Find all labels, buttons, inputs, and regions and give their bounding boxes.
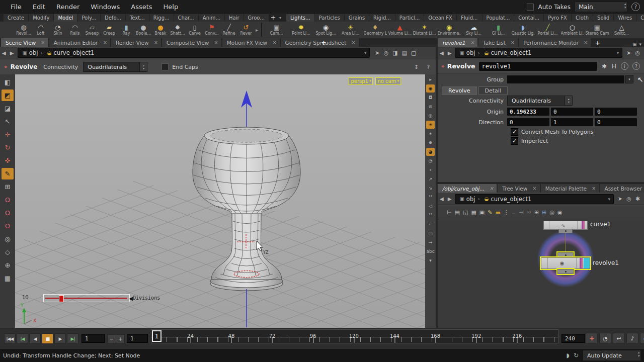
connectivity-dropdown[interactable]: Quadrilaterals ▴▾ [83,62,147,72]
tool-environment-light[interactable]: ◉ Environme... [437,24,461,36]
radial-menu-icon[interactable]: ◎ [633,50,642,56]
snap-grid-magnet-icon[interactable]: Ω [2,220,14,232]
display-points-icon[interactable]: ∙ [426,166,435,174]
info-icon[interactable]: i [621,62,628,70]
tool-creep[interactable]: ▰ Creep [101,24,118,36]
prev-key-button[interactable]: |◀ [17,333,28,344]
tool-camera[interactable]: ▣ Cam... [264,24,289,36]
direction-field[interactable]: 0 [595,118,637,126]
shelf-tab[interactable]: Poly... [77,14,100,22]
pin-tab-icon[interactable]: ➤ [616,196,624,202]
tool-area-light[interactable]: ☀ Area Li... [338,24,363,36]
shelf-tab[interactable]: Ocean FX [424,14,456,22]
viewport-layout-icon[interactable]: ◧ [2,76,14,88]
origin-field[interactable]: 0 [551,108,593,116]
opbar-help-icon[interactable]: ? [425,64,432,70]
end-frame-field[interactable]: 240 [561,334,585,343]
pane-tab[interactable]: /obj/curve_obj...× [438,184,497,193]
net-list-icon[interactable]: ▤ [455,209,460,216]
tool-volume-light[interactable]: ▲ Volume Li... [387,24,412,36]
close-tab-icon[interactable]: × [351,40,355,45]
tool-point-light[interactable]: ✹ Point Li... [289,24,313,36]
snapshot-icon[interactable]: ▢ [409,50,418,56]
houdini-help-icon[interactable]: H [610,63,618,70]
menu-item[interactable]: Edit [27,0,51,14]
hide-unselected-icon[interactable]: ⊘ [426,103,435,111]
tool-revolve[interactable]: ◍ Revol... [15,24,32,36]
back-icon[interactable]: ◀ [438,196,446,202]
shelf-tab[interactable]: Lights... [286,14,314,22]
edit-tool-icon[interactable]: ✎ [2,168,14,179]
menu-item[interactable]: Help [158,0,184,14]
shelf-tab[interactable]: Anim... [199,14,224,22]
close-tab-icon[interactable]: × [154,40,158,45]
divisions-slider[interactable]: ◀ [43,294,130,302]
tool-reverse[interactable]: ↺ Rever [237,24,255,36]
shelf-tab[interactable]: Model [54,14,77,22]
net-snap-grid-icon[interactable]: ⊞ [534,209,539,216]
tool-sweep[interactable]: ▱ Sweep [84,24,101,36]
snap-point-magnet-icon[interactable]: Ω [2,194,14,206]
shelf-tab[interactable]: Crowds [636,14,644,22]
tool-portal-light[interactable]: ╱ Portal Li... [535,24,560,36]
menu-item[interactable]: Render [51,0,85,14]
net-visibility-icon[interactable]: ◉ [557,209,562,216]
close-tab-icon[interactable]: × [490,186,494,191]
tool-caustic-light[interactable]: ◗ Caustic Lig... [511,24,535,36]
jump-start-button[interactable]: |◀◀ [4,333,16,344]
tool-ambient-light[interactable]: ○ Ambient Li... [560,24,585,36]
shelf-tab[interactable]: Rigg... [149,14,174,22]
stop-button[interactable]: ■ [42,333,53,344]
node-revolve1[interactable]: ◉ [541,257,590,269]
shelf-tab[interactable]: Groo... [244,14,269,22]
connectivity-parm-stepper[interactable]: ▴▾ [565,96,572,105]
gear-menu-icon[interactable]: ✱ [600,63,609,70]
shelf-tab[interactable]: Particles [315,14,344,22]
pane-tab[interactable]: Scene View× [1,38,48,47]
network-gear-icon[interactable]: ✱ [633,196,642,202]
shelf-tab[interactable]: Fluid... [457,14,482,22]
shelf-tab[interactable]: Create [4,14,28,22]
high-quality-light-icon[interactable]: ✹ [426,139,435,147]
show-selection-icon[interactable]: ◉ [426,84,435,93]
pane-tab[interactable]: Asset Browser× [600,184,644,193]
direction-field[interactable]: 1 [551,118,593,126]
folder-tab[interactable]: Revolve [442,86,477,95]
snap-edge-magnet-icon[interactable]: Ω [2,207,14,219]
add-pane-tab-icon[interactable]: + [318,39,330,46]
pane-tab[interactable]: Composite View× [162,38,221,47]
node-input-stub[interactable] [557,252,574,257]
back-icon[interactable]: ◀ [438,50,446,56]
close-tab-icon[interactable]: × [592,186,596,191]
tool-rails[interactable]: ◠ Rails [66,24,84,36]
camera-view-icon[interactable]: ◎ [426,112,435,120]
point-normals-icon[interactable]: ↗ [426,175,435,183]
strip-scroll-icon[interactable]: ▸ [426,75,435,83]
close-tab-icon[interactable]: × [272,40,276,45]
bundle-icon[interactable]: ▤ [400,50,409,56]
update-mode-selector[interactable]: Auto Update ▴▾ [583,350,641,361]
orientation-picker-icon[interactable]: ◎ [2,233,14,245]
pin-tab-icon[interactable]: ➤ [373,50,381,56]
main-help-icon[interactable]: ? [631,3,640,11]
node-output-stub[interactable] [557,269,574,274]
param-path-field[interactable]: ▣ obj › ◒ curve_object1 ▾ [455,48,622,58]
point-trail-icon[interactable]: ↘ [426,184,435,192]
shelf-tab[interactable]: Modify [29,14,53,22]
back-icon[interactable]: ◀ [0,50,8,56]
pane-tab[interactable]: revolve1× [438,38,477,47]
shelf-tab[interactable]: Contai... [514,14,543,22]
shelf-tab[interactable]: Wires [614,14,636,22]
tool-stereo-camera[interactable]: ▣ Stereo Cam... [585,24,609,36]
prim-normals-icon[interactable]: ◁ [426,202,435,210]
display-hull-icon[interactable]: ⌐ [426,220,435,228]
pin-tab-icon[interactable]: ➤ [624,50,633,56]
playhead[interactable]: 1 [152,330,162,342]
close-tab-icon[interactable]: × [470,40,474,45]
message-bubble-icon[interactable]: ◗ [567,352,570,359]
add-pane-tab-icon[interactable]: + [592,39,603,47]
handles-tool-icon[interactable]: ✛ [2,129,14,140]
convert-mesh-checkbox[interactable]: ✓ [511,128,518,136]
tool-shatter[interactable]: ✸ Shatt... [169,24,186,36]
parm-sort-icon[interactable]: ↕ [412,64,421,70]
